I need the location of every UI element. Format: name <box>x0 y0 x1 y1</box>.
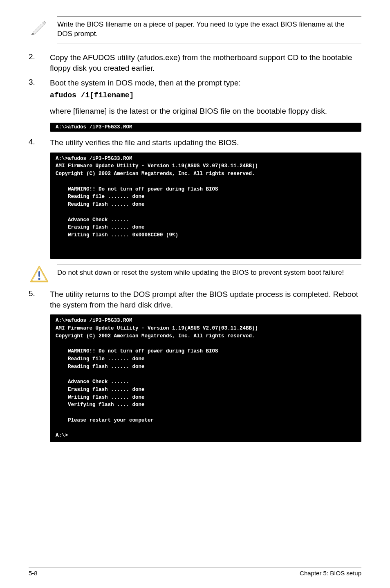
step-3-code: afudos /i[filename] <box>50 90 361 101</box>
step-2: 2. Copy the AFUDOS utility (afudos.exe) … <box>29 52 361 74</box>
chapter-label: Chapter 5: BIOS setup <box>300 570 361 577</box>
step-text: Copy the AFUDOS utility (afudos.exe) fro… <box>50 52 361 74</box>
terminal-output-3: A:\>afudos /iP3-P5G33.ROM AMI Firmware U… <box>50 314 361 442</box>
svg-rect-0 <box>38 271 40 277</box>
step-text: The utility verifies the file and starts… <box>50 137 361 148</box>
step-text: Boot the system in DOS mode, then at the… <box>50 78 361 100</box>
warning-icon <box>29 265 50 283</box>
where-paragraph: where [filename] is the latest or the or… <box>50 106 361 117</box>
terminal-output-2: A:\>afudos /iP3-P5G33.ROM AMI Firmware U… <box>50 153 361 259</box>
pencil-icon <box>29 16 50 35</box>
step-number: 4. <box>29 137 42 148</box>
step-number: 5. <box>29 289 42 310</box>
warning-text: Do not shut down or reset the system whi… <box>57 265 361 282</box>
step-5: 5. The utility returns to the DOS prompt… <box>29 289 361 310</box>
terminal-output-1: A:\>afudos /iP3-P5G33.ROM <box>50 123 361 132</box>
step-number: 3. <box>29 78 42 100</box>
step-3: 3. Boot the system in DOS mode, then at … <box>29 78 361 100</box>
step-3-text: Boot the system in DOS mode, then at the… <box>50 79 241 87</box>
step-number: 2. <box>29 52 42 74</box>
page-footer: 5-8 Chapter 5: BIOS setup <box>29 568 361 577</box>
svg-point-1 <box>38 278 40 280</box>
step-text: The utility returns to the DOS prompt af… <box>50 289 361 310</box>
page-number: 5-8 <box>29 570 38 577</box>
step-4: 4. The utility verifies the file and sta… <box>29 137 361 148</box>
note-text: Write the BIOS filename on a piece of pa… <box>57 16 361 43</box>
note-callout: Write the BIOS filename on a piece of pa… <box>29 16 361 43</box>
warning-callout: Do not shut down or reset the system whi… <box>29 265 361 283</box>
